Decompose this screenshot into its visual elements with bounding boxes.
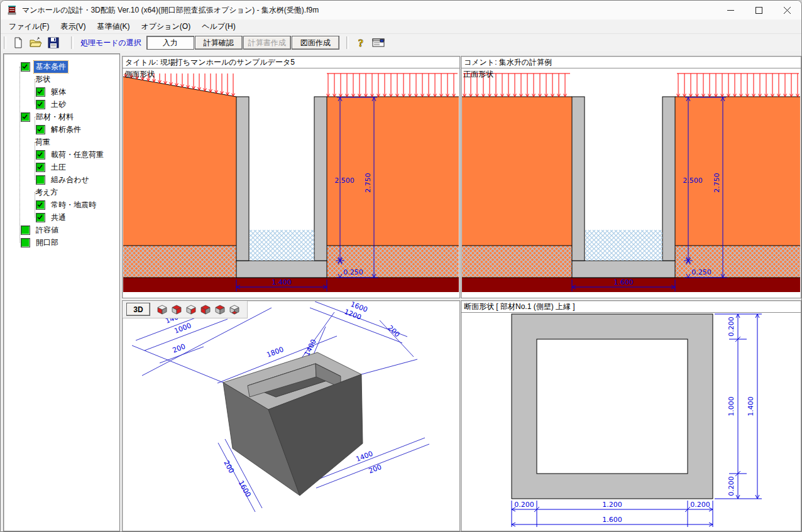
app-icon xyxy=(7,5,17,15)
tree-item-member-material[interactable]: 部材・材料 xyxy=(4,111,119,123)
tree-guide-line xyxy=(35,142,35,180)
water-hatch xyxy=(250,230,314,261)
dim-depth: 2.500 xyxy=(334,176,354,185)
cube-icon xyxy=(228,303,241,316)
load-arrows-right xyxy=(677,73,799,97)
check-icon xyxy=(21,63,28,70)
mode-button-input[interactable]: 入力 xyxy=(146,36,194,50)
tree-item-normal-seismic[interactable]: 常時・地震時 xyxy=(4,198,119,211)
checkbox-unchecked[interactable] xyxy=(21,238,30,247)
mode-button-drawing[interactable]: 図面作成 xyxy=(292,36,339,50)
maximize-button[interactable] xyxy=(745,1,773,19)
tree-item-shape[interactable]: 形状 xyxy=(4,73,119,85)
comment-header: コメント: 集水升の計算例 xyxy=(461,57,801,68)
checkbox-checked[interactable] xyxy=(36,163,45,172)
mode-button-calc-check[interactable]: 計算確認 xyxy=(195,36,243,50)
dim-total-depth: 2.750 xyxy=(364,173,372,193)
check-icon xyxy=(36,88,43,95)
tree-item-analysis-conditions[interactable]: 解析条件 xyxy=(4,123,119,136)
tree-item-opening[interactable]: 開口部 xyxy=(4,236,119,249)
checkbox-checked[interactable] xyxy=(36,87,45,97)
section-header: 断面形状 [ 部材No.1 (側壁) 上縁 ] xyxy=(461,301,801,313)
load-arrows xyxy=(327,73,458,97)
checkbox-unchecked[interactable] xyxy=(21,225,30,235)
check-icon xyxy=(36,163,43,170)
dim-wall-bottom: 0.200 xyxy=(727,476,735,496)
view-orientation-cube-2[interactable] xyxy=(170,303,184,317)
tree-item-surcharge[interactable]: 載荷・任意荷重 xyxy=(4,148,119,161)
menu-view[interactable]: 表示(V) xyxy=(55,20,91,33)
open-file-button[interactable] xyxy=(28,35,44,50)
tree-item-label: 共通 xyxy=(49,212,68,224)
tree-item-allowable[interactable]: 許容値 xyxy=(4,224,119,236)
view-orientation-cube-1[interactable] xyxy=(155,303,169,317)
dim-depth: 2.500 xyxy=(683,176,703,185)
tree-item-label: 考え方 xyxy=(33,187,60,198)
water-hatch xyxy=(585,230,662,261)
side-view-label: 側面形状 xyxy=(124,70,155,79)
tree-item-soil[interactable]: 土砂 xyxy=(4,98,119,111)
check-icon xyxy=(21,113,28,120)
dim-base-width: 1.600 xyxy=(613,278,634,286)
check-icon xyxy=(36,201,43,208)
dim-base-width: 1.400 xyxy=(272,278,292,286)
checkbox-checked[interactable] xyxy=(36,200,45,210)
mode-button-report[interactable]: 計算書作成 xyxy=(243,36,291,50)
close-icon xyxy=(784,7,791,14)
side-view-drawing: 2.500 2.750 0.250 1.400 側面形状 xyxy=(123,68,459,296)
menu-file[interactable]: ファイル(F) xyxy=(3,20,55,33)
check-icon xyxy=(36,126,43,133)
tree-item-label: 解析条件 xyxy=(49,124,83,136)
title-header: タイトル: 現場打ちマンホールのサンプルデータ5 xyxy=(123,57,459,68)
new-file-button[interactable] xyxy=(10,35,26,50)
tree-item-earth-pressure[interactable]: 土圧 xyxy=(4,161,119,173)
tree-item-basic-conditions[interactable]: 基本条件 xyxy=(4,60,119,73)
view-orientation-cube-5[interactable] xyxy=(213,303,227,317)
dim-wall-right: 0.200 xyxy=(690,501,710,509)
svg-text:?: ? xyxy=(358,37,364,48)
menu-help[interactable]: ヘルプ(H) xyxy=(196,20,241,33)
toolbar-grip xyxy=(71,36,74,49)
tree-item-load[interactable]: 荷重 xyxy=(4,136,119,148)
save-floppy-icon xyxy=(48,37,59,48)
info-window-button[interactable] xyxy=(370,35,387,50)
tree-item-common[interactable]: 共通 xyxy=(4,211,119,224)
tree-item-label: 形状 xyxy=(33,73,52,85)
main-area: 基本条件形状躯体土砂部材・材料解析条件荷重載荷・任意荷重土圧組み合わせ考え方常時… xyxy=(1,51,801,531)
checkbox-checked[interactable] xyxy=(36,100,45,109)
dim-label-3d: 200 xyxy=(172,342,187,355)
toolbar-grip xyxy=(4,36,6,49)
dim-base-thickness: 0.250 xyxy=(343,268,363,276)
checkbox-checked[interactable] xyxy=(21,112,30,122)
view-orientation-cube-6[interactable] xyxy=(228,303,241,317)
close-button[interactable] xyxy=(773,1,801,19)
tree-item-combination[interactable]: 組み合わせ xyxy=(4,173,119,186)
view-orientation-cube-4[interactable] xyxy=(199,303,212,317)
minimize-button[interactable] xyxy=(717,1,745,19)
cube-icon xyxy=(170,303,183,316)
checkbox-checked[interactable] xyxy=(36,150,45,160)
toolbar: 処理モードの選択 入力計算確認計算書作成図面作成 ? xyxy=(1,34,801,52)
check-icon xyxy=(36,100,43,107)
menu-standard[interactable]: 基準値(K) xyxy=(91,20,135,33)
tree-item-label: 荷重 xyxy=(33,136,52,148)
tree-item-label: 常時・地震時 xyxy=(49,199,98,211)
check-icon xyxy=(36,151,43,158)
menu-option[interactable]: オプション(O) xyxy=(135,20,196,33)
mode-select-label: 処理モードの選択 xyxy=(80,38,141,48)
tree-item-approach[interactable]: 考え方 xyxy=(4,186,119,198)
view-orientation-cube-3[interactable] xyxy=(184,303,198,317)
save-button[interactable] xyxy=(45,35,62,50)
dim-total-width: 1.600 xyxy=(602,516,622,524)
tree-item-label: 開口部 xyxy=(34,237,60,249)
checkbox-checked[interactable] xyxy=(21,62,30,72)
tree-item-label: 載荷・任意荷重 xyxy=(49,149,106,161)
help-icon: ? xyxy=(356,37,366,48)
3d-mode-button[interactable]: 3D xyxy=(126,303,150,316)
help-button[interactable]: ? xyxy=(353,35,369,50)
checkbox-checked[interactable] xyxy=(36,125,45,134)
dim-inner-width: 1.200 xyxy=(602,501,622,509)
checkbox-checked[interactable] xyxy=(36,213,45,222)
checkbox-unchecked[interactable] xyxy=(36,175,45,185)
tree-item-body[interactable]: 躯体 xyxy=(4,85,119,98)
